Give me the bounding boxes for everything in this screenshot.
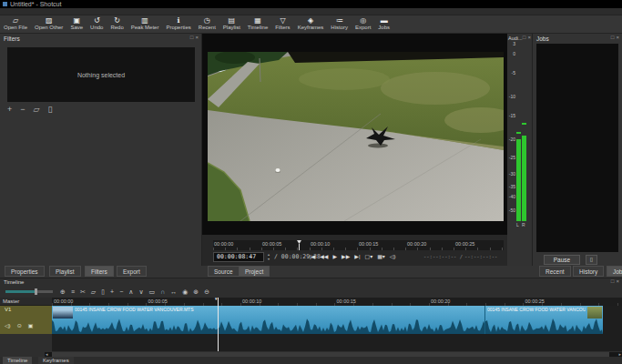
timeline-button[interactable]: ▦ Timeline <box>244 15 271 31</box>
filters-tab[interactable]: Filters <box>85 266 114 277</box>
timeline-ruler-tick: 00:00:25 <box>525 298 545 304</box>
append-button[interactable]: + <box>110 287 114 297</box>
close-panel-icon[interactable]: × <box>527 35 531 40</box>
add-filter-button[interactable]: + <box>7 105 12 115</box>
player-panel: 00:00:0000:00:0500:00:1000:00:1500:00:20… <box>202 34 507 266</box>
playlist-tab[interactable]: Playlist <box>49 266 81 277</box>
open-file-button[interactable]: ▱ Open File <box>0 15 31 31</box>
float-panel-icon[interactable]: □ <box>611 35 615 40</box>
history-button[interactable]: ≔ History <box>327 15 352 31</box>
timeline-ruler-tick: 00:00:20 <box>431 298 450 304</box>
current-timecode-field[interactable]: 00:00:08:47 <box>213 252 264 262</box>
timeline-panel-dock-icons: □× <box>609 278 619 285</box>
meter-bar-right <box>522 136 526 221</box>
recent-tab[interactable]: Recent <box>539 266 571 277</box>
snap-button[interactable]: ∩ <box>160 287 165 297</box>
audio-peak-meter-panel: Audi... □× 30-5-10-15-20-25-30-35-40-50 … <box>507 34 533 266</box>
timeline-clip[interactable]: 00145 INSANE CROW FOOD WATER VANCOUVER.M… <box>485 306 603 334</box>
spin-down-icon[interactable]: ▾ <box>268 257 270 261</box>
timeline-clip[interactable]: 00145 INSANE CROW FOOD WATER VANCOUVER.M… <box>52 306 485 334</box>
main-toolbar: ▱ Open File ▨ Open Other ▣ Save ↺ Undo ↻… <box>0 15 622 34</box>
timecode-spinner[interactable]: ▴ ▾ <box>266 252 271 262</box>
zoom-slider-handle[interactable] <box>35 288 37 295</box>
timeline-playhead[interactable] <box>218 298 219 351</box>
overwrite-button[interactable]: ∨ <box>138 287 143 297</box>
play-button[interactable]: ▶ <box>332 252 337 262</box>
remove-filter-button[interactable]: − <box>20 105 25 115</box>
playlist-button[interactable]: ▤ Playlist <box>219 15 244 31</box>
paste-button[interactable]: ▯ <box>101 287 105 297</box>
timeline-tab[interactable]: Timeline <box>3 357 32 364</box>
timeline-zoom-slider[interactable] <box>5 290 53 293</box>
float-panel-icon[interactable]: □ <box>523 35 526 40</box>
scrub-while-dragging-button[interactable]: ↔ <box>170 287 177 297</box>
db-scale-label: -30 <box>507 171 515 177</box>
loop-menu-button[interactable]: ▢▾ <box>364 252 372 262</box>
toolbar-button-label: Recent <box>199 25 216 31</box>
grid-menu-button[interactable]: ▦▾ <box>377 252 385 262</box>
copy-filters-button[interactable]: ▱ <box>34 105 40 115</box>
float-panel-icon[interactable]: □ <box>611 278 615 284</box>
filters-button[interactable]: ▽ Filters <box>271 15 293 31</box>
volume-button[interactable]: ◁) <box>390 252 396 262</box>
keyframes-button[interactable]: ◈ Keyframes <box>294 15 328 31</box>
mute-button[interactable]: ◁) <box>5 322 11 329</box>
player-seek-ruler[interactable]: 00:00:0000:00:0500:00:1000:00:1500:00:20… <box>213 240 504 250</box>
lock-button[interactable]: ▣ <box>28 322 34 329</box>
export-button[interactable]: ◎ Export <box>352 15 374 31</box>
keyframes-tab[interactable]: Keyframes <box>38 357 74 364</box>
fast-forward-button[interactable]: ▶▶ <box>342 252 350 262</box>
open-other-button[interactable]: ▨ Open Other <box>31 15 66 31</box>
track-name-label: V1 <box>5 307 11 312</box>
copy-button[interactable]: ▱ <box>91 287 96 297</box>
jobs-button[interactable]: ▬ Jobs <box>374 15 393 31</box>
video-preview[interactable] <box>208 52 504 221</box>
player-playhead[interactable] <box>297 240 301 250</box>
save-button[interactable]: ▣ Save <box>66 15 87 31</box>
jobs-panel-title: Jobs <box>536 35 549 42</box>
peak-meter-button[interactable]: ▥ Peak Meter <box>127 15 163 31</box>
timeline-ruler[interactable]: 00:00:0000:00:0500:00:1000:00:1500:00:20… <box>52 298 622 306</box>
close-panel-icon[interactable]: × <box>195 35 199 40</box>
toolbar-button-label: Properties <box>166 25 190 31</box>
open-other-icon: ▨ <box>35 16 63 25</box>
zoom-timeline-in-button[interactable]: ⊕ <box>60 287 66 297</box>
skip-to-start-button[interactable]: |◀ <box>310 252 315 262</box>
filters-empty-message: Nothing selected <box>77 72 125 78</box>
redo-button[interactable]: ↻ Redo <box>107 15 127 31</box>
v1-track-header[interactable]: V1 ◁)⊙▣ <box>0 306 52 334</box>
history-tab[interactable]: History <box>573 266 604 277</box>
ripple-all-tracks-button[interactable]: ⊛ <box>193 287 199 297</box>
source-tab[interactable]: Source <box>208 266 240 277</box>
export-tab[interactable]: Export <box>117 266 147 277</box>
db-scale-label: 0 <box>507 51 515 56</box>
toolbar-button-label: Save <box>70 25 83 31</box>
rewind-button[interactable]: ◀◀ <box>320 252 328 262</box>
recent-icon: ◷ <box>199 16 216 25</box>
float-panel-icon[interactable]: □ <box>190 35 194 40</box>
jobs-tab[interactable]: Jobs <box>607 266 622 277</box>
toolbar-button-label: Keyframes <box>298 25 324 31</box>
ripple-delete-button[interactable]: − <box>119 287 123 297</box>
project-tab[interactable]: Project <box>239 266 270 277</box>
master-track-header[interactable]: Master <box>0 298 52 306</box>
paste-filters-button[interactable]: ▯ <box>47 105 52 115</box>
close-panel-icon[interactable]: × <box>616 35 619 40</box>
lift-button[interactable]: ∧ <box>128 287 133 297</box>
properties-tab[interactable]: Properties <box>5 266 45 277</box>
properties-button[interactable]: ℹ Properties <box>162 15 194 31</box>
split-button[interactable]: ▭ <box>149 287 156 297</box>
timeline-toolbar: ⊕ ≡✂▱▯+−∧∨▭∩↔◉⊛⊖ <box>4 287 618 297</box>
ripple-button[interactable]: ◉ <box>182 287 188 297</box>
undo-button[interactable]: ↺ Undo <box>87 15 107 31</box>
cut-button[interactable]: ✂ <box>80 287 86 297</box>
skip-to-end-button[interactable]: ▶| <box>354 252 360 262</box>
zoom-timeline-out-button[interactable]: ⊖ <box>204 287 209 297</box>
hide-button[interactable]: ⊙ <box>17 322 22 329</box>
pause-jobs-button[interactable]: Pause <box>544 255 580 265</box>
remove-job-button[interactable]: ▯ <box>586 255 597 265</box>
recent-button[interactable]: ◷ Recent <box>195 15 219 31</box>
timeline-track-area[interactable]: 00145 INSANE CROW FOOD WATER VANCOUVER.M… <box>52 306 622 351</box>
timeline-menu-button[interactable]: ≡ <box>71 287 75 297</box>
close-panel-icon[interactable]: × <box>616 278 619 284</box>
